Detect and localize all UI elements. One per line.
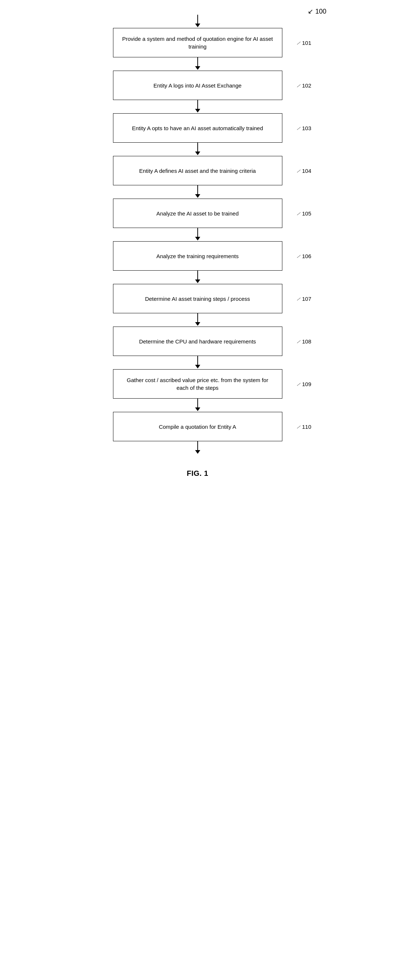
slash-arrow-icon-109: ⟋ <box>296 380 301 388</box>
arrow-connector-6 <box>113 313 282 326</box>
arrow-head <box>195 407 200 411</box>
step-row-110: Compile a quotation for Entity A⟋110 <box>113 412 282 441</box>
arrow-line <box>197 15 198 24</box>
step-label-106: ⟋106 <box>296 252 311 260</box>
step-label-103: ⟋103 <box>296 124 311 132</box>
arrow-line <box>197 100 198 109</box>
arrow-head <box>195 151 200 155</box>
steps-container: Provide a system and method of quotation… <box>113 28 282 441</box>
arrow-head <box>195 280 200 283</box>
step-box-101: Provide a system and method of quotation… <box>113 28 282 57</box>
step-label-102: ⟋102 <box>296 82 311 89</box>
step-row-101: Provide a system and method of quotation… <box>113 28 282 57</box>
step-row-107: Determine AI asset training steps / proc… <box>113 284 282 313</box>
step-number-101: 101 <box>302 39 311 47</box>
arrow-connector-2 <box>113 143 282 156</box>
step-row-109: Gather cost / ascribed value price etc. … <box>113 369 282 399</box>
arrow-connector-8 <box>113 399 282 412</box>
arrow-head <box>195 194 200 198</box>
step-number-106: 106 <box>302 252 311 260</box>
arrow-line <box>197 185 198 194</box>
step-row-103: Entity A opts to have an AI asset automa… <box>113 113 282 143</box>
initial-arrow <box>113 15 282 28</box>
arrow-line <box>197 313 198 322</box>
arrow-line <box>197 228 198 237</box>
arrow-line <box>197 441 198 450</box>
step-row-105: Analyze the AI asset to be trained⟋105 <box>113 199 282 228</box>
arrow-connector-7 <box>113 356 282 369</box>
step-number-107: 107 <box>302 295 311 303</box>
step-label-107: ⟋107 <box>296 295 311 303</box>
arrow-line <box>197 270 198 280</box>
step-box-105: Analyze the AI asset to be trained⟋105 <box>113 199 282 228</box>
step-number-110: 110 <box>302 423 311 431</box>
step-row-108: Determine the CPU and hardware requireme… <box>113 326 282 356</box>
step-box-104: Entity A defines AI asset and the traini… <box>113 156 282 185</box>
arrow-line <box>197 399 198 407</box>
slash-arrow-icon-106: ⟋ <box>296 252 301 260</box>
slash-arrow-icon-102: ⟋ <box>296 82 301 89</box>
arrow-connector-0 <box>113 57 282 71</box>
diagram-container: ↙ 100 Provide a system and method of quo… <box>69 7 326 478</box>
step-label-104: ⟋104 <box>296 167 311 175</box>
arrow-head <box>195 109 200 113</box>
step-row-104: Entity A defines AI asset and the traini… <box>113 156 282 185</box>
step-label-101: ⟋101 <box>296 39 311 47</box>
step-label-109: ⟋109 <box>296 380 311 388</box>
step-number-105: 105 <box>302 210 311 217</box>
arrow-head <box>195 450 200 454</box>
step-number-109: 109 <box>302 380 311 388</box>
slash-arrow-icon-105: ⟋ <box>296 210 301 217</box>
step-number-103: 103 <box>302 124 311 132</box>
arrow-line <box>197 57 198 66</box>
arrow-connector-4 <box>113 228 282 241</box>
slash-arrow-icon-101: ⟋ <box>296 39 301 47</box>
slash-arrow-icon-107: ⟋ <box>296 295 301 303</box>
corner-arrow-icon: ↙ <box>308 8 313 15</box>
corner-number: 100 <box>315 8 326 15</box>
step-label-110: ⟋110 <box>296 423 311 431</box>
arrow-head <box>195 322 200 326</box>
step-box-110: Compile a quotation for Entity A⟋110 <box>113 412 282 441</box>
slash-arrow-icon-103: ⟋ <box>296 124 301 132</box>
step-number-108: 108 <box>302 337 311 345</box>
step-row-102: Entity A logs into AI Asset Exchange⟋102 <box>113 71 282 100</box>
step-label-108: ⟋108 <box>296 337 311 345</box>
fig-label: FIG. 1 <box>187 469 208 478</box>
corner-label: ↙ 100 <box>308 7 326 16</box>
arrow-head <box>195 66 200 70</box>
slash-arrow-icon-110: ⟋ <box>296 423 301 431</box>
arrow-connector-5 <box>113 270 282 284</box>
arrow-connector-1 <box>113 100 282 113</box>
step-number-104: 104 <box>302 167 311 175</box>
slash-arrow-icon-108: ⟋ <box>296 337 301 345</box>
step-box-106: Analyze the training requirements⟋106 <box>113 241 282 270</box>
step-box-109: Gather cost / ascribed value price etc. … <box>113 369 282 399</box>
arrow-head <box>195 365 200 369</box>
step-row-106: Analyze the training requirements⟋106 <box>113 241 282 270</box>
arrow-line <box>197 356 198 365</box>
final-arrow <box>113 441 282 455</box>
step-box-108: Determine the CPU and hardware requireme… <box>113 326 282 356</box>
slash-arrow-icon-104: ⟋ <box>296 167 301 175</box>
arrow-head <box>195 24 200 27</box>
step-label-105: ⟋105 <box>296 210 311 217</box>
step-box-103: Entity A opts to have an AI asset automa… <box>113 113 282 143</box>
arrow-connector-3 <box>113 185 282 199</box>
arrow-line <box>197 143 198 151</box>
step-box-102: Entity A logs into AI Asset Exchange⟋102 <box>113 71 282 100</box>
step-box-107: Determine AI asset training steps / proc… <box>113 284 282 313</box>
arrow-head <box>195 237 200 240</box>
step-number-102: 102 <box>302 82 311 89</box>
